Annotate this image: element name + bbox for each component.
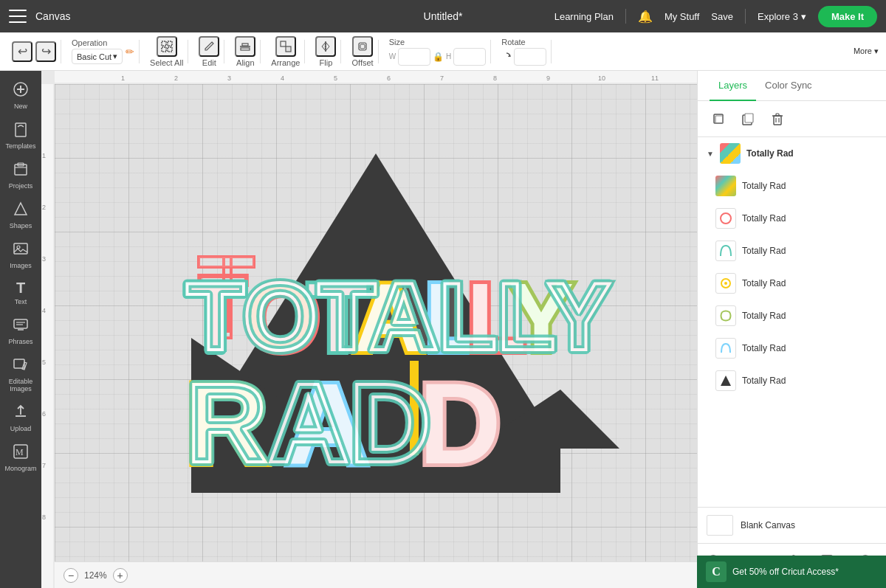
layer-thumb-3 — [715, 241, 736, 261]
ruler-horizontal: 1 2 3 4 5 6 7 8 9 10 11 — [55, 71, 697, 84]
tab-color-sync[interactable]: Color Sync — [756, 71, 821, 101]
flip-button[interactable] — [315, 36, 336, 57]
layer-group-header[interactable]: ▼ Totally Rad — [698, 137, 886, 170]
svg-rect-2 — [162, 47, 166, 52]
offset-button[interactable] — [352, 36, 373, 57]
edit-group: Edit — [194, 40, 224, 63]
redo-button[interactable]: ↪ — [35, 41, 56, 62]
makeit-button[interactable]: Make It — [818, 6, 877, 27]
sidebar-item-new[interactable]: New — [2, 77, 39, 115]
svg-rect-3 — [168, 47, 172, 52]
size-label: Size — [389, 38, 487, 46]
edit-label: Edit — [202, 58, 216, 67]
svg-text:4: 4 — [42, 307, 46, 314]
learning-plan-link[interactable]: Learning Plan — [554, 11, 614, 22]
sidebar-item-shapes[interactable]: Shapes — [2, 196, 39, 235]
layer-item-7[interactable]: Totally Rad — [698, 364, 886, 397]
tab-layers[interactable]: Layers — [710, 71, 756, 101]
size-width-input[interactable] — [398, 48, 430, 66]
svg-point-96 — [721, 213, 731, 224]
layer-name-3: Totally Rad — [742, 246, 877, 256]
upload-icon — [13, 404, 29, 423]
sidebar-item-monogram[interactable]: M Monogram — [2, 439, 39, 477]
menu-button[interactable] — [9, 10, 27, 23]
size-height-input[interactable] — [453, 48, 486, 66]
svg-text:TOTALLY: TOTALLY — [186, 263, 611, 370]
svg-rect-91 — [774, 116, 781, 125]
svg-text:9: 9 — [546, 75, 550, 82]
operation-select[interactable]: Basic Cut ▾ — [72, 49, 123, 64]
phrases-label: Phrases — [8, 339, 32, 346]
select-all-button[interactable] — [157, 36, 177, 57]
delete-button[interactable] — [766, 107, 789, 131]
operation-group: Operation Basic Cut ▾ ✏ — [67, 40, 140, 63]
undo-button[interactable]: ↩ — [12, 41, 32, 62]
mystuff-button[interactable]: My Stuff — [664, 11, 699, 22]
save-button[interactable]: Save — [711, 11, 733, 22]
svg-rect-90 — [745, 114, 753, 122]
editable-images-label: Editable Images — [5, 378, 36, 393]
layer-item-5[interactable]: Totally Rad — [698, 300, 886, 332]
templates-label: Templates — [5, 143, 35, 151]
app-label: Canvas — [35, 10, 70, 22]
align-button[interactable] — [235, 36, 255, 57]
svg-rect-21 — [14, 319, 27, 328]
operation-value: Basic Cut — [77, 52, 111, 61]
svg-text:8: 8 — [493, 75, 497, 82]
svg-rect-8 — [286, 46, 291, 52]
svg-rect-88 — [715, 116, 723, 123]
duplicate-button[interactable] — [707, 107, 730, 131]
layer-item-4[interactable]: Totally Rad — [698, 267, 886, 300]
svg-rect-6 — [241, 48, 250, 50]
svg-point-20 — [17, 246, 20, 249]
flip-label: Flip — [320, 58, 333, 67]
more-button[interactable]: More ▾ — [854, 46, 879, 55]
offset-group: Offset — [347, 40, 378, 63]
explore-chevron: ▾ — [801, 11, 806, 22]
svg-text:8: 8 — [42, 513, 46, 521]
arrange-button[interactable] — [275, 36, 296, 57]
layer-item-1[interactable]: Totally Rad — [698, 170, 886, 202]
sidebar-item-editable-images[interactable]: Editable Images — [2, 352, 39, 398]
operation-chevron: ▾ — [113, 52, 117, 61]
divider1 — [625, 9, 626, 24]
explore-dropdown[interactable]: Explore 3 ▾ — [758, 11, 806, 22]
svg-rect-11 — [360, 44, 365, 49]
layer-item-3[interactable]: Totally Rad — [698, 235, 886, 267]
layer-item-6[interactable]: Totally Rad — [698, 332, 886, 364]
sidebar-item-templates[interactable]: Templates — [2, 117, 39, 155]
bell-icon[interactable]: 🔔 — [638, 10, 653, 24]
monogram-icon: M — [13, 443, 29, 463]
svg-rect-0 — [162, 41, 166, 46]
edit-button[interactable] — [199, 36, 219, 57]
sidebar-item-projects[interactable]: Projects — [2, 156, 39, 195]
monogram-label: Monogram — [4, 466, 36, 473]
svg-text:2: 2 — [174, 75, 178, 82]
edit-pencil-icon[interactable]: ✏ — [126, 46, 134, 58]
layer-item-2[interactable]: Totally Rad — [698, 202, 886, 235]
align-label: Align — [236, 58, 254, 67]
sidebar-item-text[interactable]: T Text — [2, 275, 39, 311]
canvas-content[interactable]: T TOTALLY TOTALLY TOTALLY T T O O T T — [55, 84, 697, 561]
promo-icon-letter: C — [712, 565, 721, 578]
sidebar-item-phrases[interactable]: Phrases — [2, 312, 39, 350]
layer-thumb-6 — [715, 338, 736, 359]
sidebar-item-upload[interactable]: Upload — [2, 399, 39, 437]
arrange-label: Arrange — [271, 58, 300, 67]
sidebar-item-images[interactable]: Images — [2, 236, 39, 274]
zoom-plus-button[interactable]: + — [113, 568, 128, 583]
layer-name-6: Totally Rad — [742, 343, 877, 353]
promo-bar[interactable]: C Get 50% off Cricut Access* — [697, 556, 886, 588]
copy-button[interactable] — [736, 107, 760, 131]
svg-text:1: 1 — [42, 152, 46, 159]
svg-text:10: 10 — [598, 75, 605, 82]
zoom-value: 124% — [84, 570, 107, 581]
size-group: Size W 🔒 H — [385, 40, 492, 63]
rotate-input[interactable] — [514, 48, 546, 66]
canvas-area: 1 2 3 4 5 6 7 8 9 10 11 1 2 3 4 5 — [41, 71, 697, 588]
svg-rect-93 — [776, 114, 779, 116]
zoom-minus-button[interactable]: − — [63, 568, 78, 583]
svg-text:3: 3 — [227, 75, 231, 82]
explore-label: Explore 3 — [758, 11, 798, 22]
svg-text:4: 4 — [281, 75, 284, 82]
